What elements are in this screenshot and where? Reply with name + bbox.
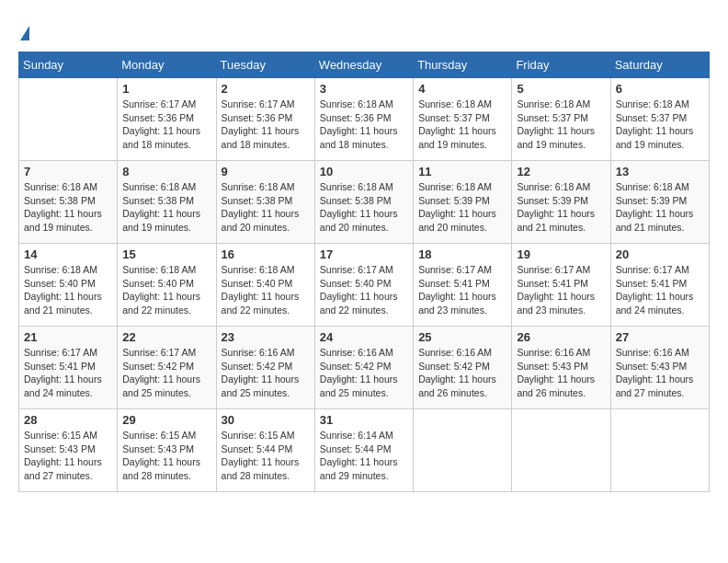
calendar-cell: 5Sunrise: 6:18 AM Sunset: 5:37 PM Daylig… <box>512 78 610 161</box>
day-number: 14 <box>24 247 112 261</box>
day-number: 29 <box>122 413 210 427</box>
calendar-cell: 24Sunrise: 6:16 AM Sunset: 5:42 PM Dayli… <box>314 327 413 409</box>
calendar-table: SundayMondayTuesdayWednesdayThursdayFrid… <box>18 52 710 492</box>
cell-content: Sunrise: 6:18 AM Sunset: 5:38 PM Dayligh… <box>122 180 210 235</box>
cell-content: Sunrise: 6:17 AM Sunset: 5:36 PM Dayligh… <box>122 98 210 152</box>
calendar-cell <box>610 409 709 492</box>
calendar-cell: 26Sunrise: 6:16 AM Sunset: 5:43 PM Dayli… <box>512 327 610 409</box>
header-cell-wednesday: Wednesday <box>314 52 413 78</box>
cell-content: Sunrise: 6:16 AM Sunset: 5:42 PM Dayligh… <box>222 346 310 400</box>
day-number: 28 <box>24 413 112 427</box>
week-row-2: 7Sunrise: 6:18 AM Sunset: 5:38 PM Daylig… <box>19 161 710 244</box>
cell-content: Sunrise: 6:18 AM Sunset: 5:38 PM Dayligh… <box>320 180 408 235</box>
day-number: 26 <box>517 330 605 344</box>
cell-content: Sunrise: 6:18 AM Sunset: 5:40 PM Dayligh… <box>122 263 210 317</box>
cell-content: Sunrise: 6:18 AM Sunset: 5:37 PM Dayligh… <box>517 98 605 152</box>
logo-icon <box>20 26 29 40</box>
cell-content: Sunrise: 6:15 AM Sunset: 5:43 PM Dayligh… <box>122 429 210 483</box>
calendar-cell: 21Sunrise: 6:17 AM Sunset: 5:41 PM Dayli… <box>19 327 118 409</box>
day-number: 13 <box>616 165 704 178</box>
calendar-cell <box>19 78 118 161</box>
calendar-cell: 30Sunrise: 6:15 AM Sunset: 5:44 PM Dayli… <box>216 409 314 492</box>
calendar-cell: 10Sunrise: 6:18 AM Sunset: 5:38 PM Dayli… <box>314 161 413 244</box>
cell-content: Sunrise: 6:18 AM Sunset: 5:37 PM Dayligh… <box>418 98 506 152</box>
header-cell-friday: Friday <box>512 52 610 78</box>
week-row-3: 14Sunrise: 6:18 AM Sunset: 5:40 PM Dayli… <box>19 244 710 327</box>
day-number: 9 <box>222 165 310 178</box>
calendar-cell <box>512 409 610 492</box>
cell-content: Sunrise: 6:16 AM Sunset: 5:43 PM Dayligh… <box>517 346 605 400</box>
cell-content: Sunrise: 6:18 AM Sunset: 5:39 PM Dayligh… <box>418 180 506 235</box>
cell-content: Sunrise: 6:14 AM Sunset: 5:44 PM Dayligh… <box>320 429 408 483</box>
cell-content: Sunrise: 6:17 AM Sunset: 5:41 PM Dayligh… <box>24 346 112 400</box>
logo <box>18 18 29 42</box>
day-number: 20 <box>616 247 704 261</box>
day-number: 24 <box>320 330 408 344</box>
calendar-cell: 20Sunrise: 6:17 AM Sunset: 5:41 PM Dayli… <box>610 244 709 327</box>
calendar-cell: 8Sunrise: 6:18 AM Sunset: 5:38 PM Daylig… <box>118 161 216 244</box>
header-cell-thursday: Thursday <box>414 52 512 78</box>
calendar-cell: 28Sunrise: 6:15 AM Sunset: 5:43 PM Dayli… <box>19 409 118 492</box>
cell-content: Sunrise: 6:18 AM Sunset: 5:39 PM Dayligh… <box>517 180 605 235</box>
header-row: SundayMondayTuesdayWednesdayThursdayFrid… <box>19 52 710 78</box>
week-row-5: 28Sunrise: 6:15 AM Sunset: 5:43 PM Dayli… <box>19 409 710 492</box>
cell-content: Sunrise: 6:17 AM Sunset: 5:42 PM Dayligh… <box>122 346 210 400</box>
calendar-cell: 1Sunrise: 6:17 AM Sunset: 5:36 PM Daylig… <box>118 78 216 161</box>
day-number: 1 <box>122 82 210 96</box>
day-number: 15 <box>122 247 210 261</box>
cell-content: Sunrise: 6:18 AM Sunset: 5:37 PM Dayligh… <box>616 98 704 152</box>
day-number: 30 <box>222 413 310 427</box>
day-number: 22 <box>122 330 210 344</box>
day-number: 27 <box>616 330 704 344</box>
calendar-cell: 2Sunrise: 6:17 AM Sunset: 5:36 PM Daylig… <box>216 78 314 161</box>
header-cell-sunday: Sunday <box>19 52 118 78</box>
cell-content: Sunrise: 6:17 AM Sunset: 5:40 PM Dayligh… <box>320 263 408 317</box>
cell-content: Sunrise: 6:15 AM Sunset: 5:44 PM Dayligh… <box>222 429 310 483</box>
day-number: 5 <box>517 82 605 96</box>
header <box>18 18 710 42</box>
calendar-cell: 13Sunrise: 6:18 AM Sunset: 5:39 PM Dayli… <box>610 161 709 244</box>
cell-content: Sunrise: 6:17 AM Sunset: 5:41 PM Dayligh… <box>517 263 605 317</box>
calendar-cell: 6Sunrise: 6:18 AM Sunset: 5:37 PM Daylig… <box>610 78 709 161</box>
calendar-cell: 3Sunrise: 6:18 AM Sunset: 5:36 PM Daylig… <box>314 78 413 161</box>
day-number: 21 <box>24 330 112 344</box>
calendar-cell: 12Sunrise: 6:18 AM Sunset: 5:39 PM Dayli… <box>512 161 610 244</box>
day-number: 6 <box>616 82 704 96</box>
day-number: 7 <box>24 165 112 178</box>
day-number: 17 <box>320 247 408 261</box>
calendar-cell: 17Sunrise: 6:17 AM Sunset: 5:40 PM Dayli… <box>314 244 413 327</box>
calendar-cell: 22Sunrise: 6:17 AM Sunset: 5:42 PM Dayli… <box>118 327 216 409</box>
cell-content: Sunrise: 6:18 AM Sunset: 5:40 PM Dayligh… <box>222 263 310 317</box>
cell-content: Sunrise: 6:18 AM Sunset: 5:39 PM Dayligh… <box>616 180 704 235</box>
calendar-cell: 19Sunrise: 6:17 AM Sunset: 5:41 PM Dayli… <box>512 244 610 327</box>
cell-content: Sunrise: 6:18 AM Sunset: 5:38 PM Dayligh… <box>222 180 310 235</box>
week-row-1: 1Sunrise: 6:17 AM Sunset: 5:36 PM Daylig… <box>19 78 710 161</box>
day-number: 23 <box>222 330 310 344</box>
calendar-cell: 4Sunrise: 6:18 AM Sunset: 5:37 PM Daylig… <box>414 78 512 161</box>
calendar-cell: 7Sunrise: 6:18 AM Sunset: 5:38 PM Daylig… <box>19 161 118 244</box>
header-cell-saturday: Saturday <box>610 52 709 78</box>
day-number: 2 <box>222 82 310 96</box>
day-number: 8 <box>122 165 210 178</box>
cell-content: Sunrise: 6:16 AM Sunset: 5:42 PM Dayligh… <box>320 346 408 400</box>
day-number: 25 <box>418 330 506 344</box>
calendar-cell: 29Sunrise: 6:15 AM Sunset: 5:43 PM Dayli… <box>118 409 216 492</box>
week-row-4: 21Sunrise: 6:17 AM Sunset: 5:41 PM Dayli… <box>19 327 710 409</box>
calendar-cell: 18Sunrise: 6:17 AM Sunset: 5:41 PM Dayli… <box>414 244 512 327</box>
calendar-cell: 27Sunrise: 6:16 AM Sunset: 5:43 PM Dayli… <box>610 327 709 409</box>
cell-content: Sunrise: 6:17 AM Sunset: 5:41 PM Dayligh… <box>616 263 704 317</box>
cell-content: Sunrise: 6:18 AM Sunset: 5:38 PM Dayligh… <box>24 180 112 235</box>
calendar-cell: 25Sunrise: 6:16 AM Sunset: 5:42 PM Dayli… <box>414 327 512 409</box>
calendar-cell: 16Sunrise: 6:18 AM Sunset: 5:40 PM Dayli… <box>216 244 314 327</box>
calendar-cell <box>414 409 512 492</box>
day-number: 10 <box>320 165 408 178</box>
day-number: 31 <box>320 413 408 427</box>
calendar-cell: 23Sunrise: 6:16 AM Sunset: 5:42 PM Dayli… <box>216 327 314 409</box>
day-number: 12 <box>517 165 605 178</box>
cell-content: Sunrise: 6:15 AM Sunset: 5:43 PM Dayligh… <box>24 429 112 483</box>
cell-content: Sunrise: 6:16 AM Sunset: 5:42 PM Dayligh… <box>418 346 506 400</box>
cell-content: Sunrise: 6:17 AM Sunset: 5:41 PM Dayligh… <box>418 263 506 317</box>
header-cell-tuesday: Tuesday <box>216 52 314 78</box>
calendar-cell: 11Sunrise: 6:18 AM Sunset: 5:39 PM Dayli… <box>414 161 512 244</box>
day-number: 16 <box>222 247 310 261</box>
